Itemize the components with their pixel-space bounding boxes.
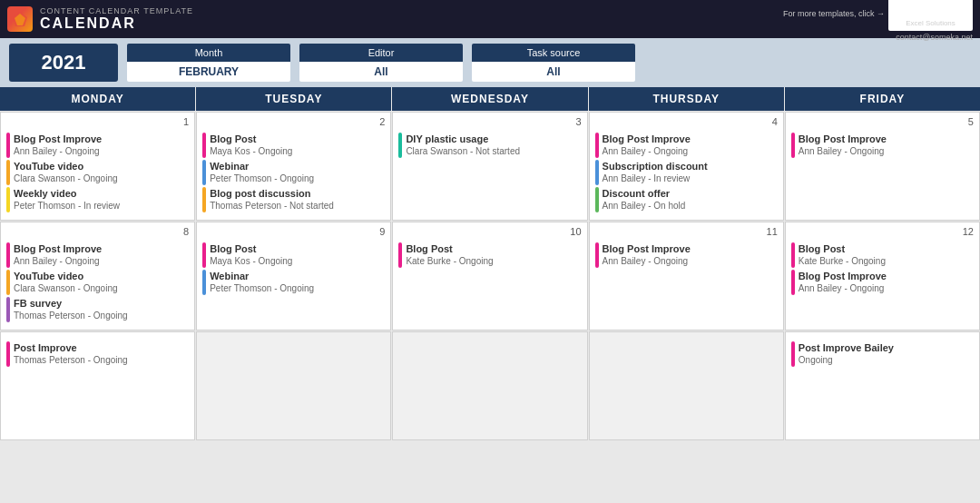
- day-cell-3: 3 DIY plastic usage Clara Swanson - Not …: [392, 112, 587, 221]
- list-item: Webinar Peter Thomson - Ongoing: [202, 160, 385, 185]
- day-number: 9: [202, 226, 385, 239]
- day-number: 4: [595, 116, 778, 129]
- event-color-bar: [398, 242, 402, 268]
- editor-label: Editor: [299, 44, 463, 62]
- event-title: Blog post discussion: [210, 187, 385, 200]
- day-cell-9: 9 Blog Post Maya Kos - Ongoing Webinar P…: [196, 222, 391, 330]
- list-item: Webinar Peter Thomson - Ongoing: [202, 270, 385, 295]
- day-header-friday: FRIDAY: [785, 87, 980, 111]
- month-label: Month: [127, 44, 290, 62]
- event-content: Weekly video Peter Thomson - In review: [14, 187, 189, 212]
- event-content: DIY plastic usage Clara Swanson - Not st…: [406, 133, 581, 157]
- event-content: Blog Post Improve Ann Bailey - Ongoing: [799, 270, 974, 294]
- event-color-bar: [202, 160, 206, 185]
- event-content: YouTube video Clara Swanson - Ongoing: [14, 160, 189, 184]
- day-number: 1: [6, 116, 189, 129]
- day-cell-bottom-fri: Post Improve Bailey Ongoing: [785, 331, 980, 440]
- event-content: Blog Post Improve Ann Bailey - Ongoing: [14, 133, 189, 157]
- event-subtitle: Kate Burke - Ongoing: [799, 255, 974, 267]
- header: CONTENT CALENDAR TEMPLATE CALENDAR For m…: [0, 0, 980, 38]
- calendar-grid: MONDAY TUESDAY WEDNESDAY THURSDAY FRIDAY…: [0, 87, 980, 440]
- title-group: CONTENT CALENDAR TEMPLATE CALENDAR: [40, 6, 193, 32]
- list-item: Blog Post Improve Ann Bailey - Ongoing: [595, 133, 778, 158]
- list-item: YouTube video Clara Swanson - Ongoing: [6, 270, 189, 295]
- brand-name: someka: [897, 0, 964, 19]
- event-subtitle: Clara Swanson - Not started: [406, 145, 581, 157]
- app-title: CALENDAR: [40, 15, 193, 32]
- list-item: Blog post discussion Thomas Peterson - N…: [202, 187, 385, 212]
- list-item: Blog Post Improve Ann Bailey - Ongoing: [6, 133, 189, 158]
- event-subtitle: Thomas Peterson - Ongoing: [14, 310, 189, 321]
- month-control[interactable]: Month FEBRUARY: [127, 44, 290, 82]
- day-cell-11: 11 Blog Post Improve Ann Bailey - Ongoin…: [589, 222, 784, 330]
- app-subtitle: CONTENT CALENDAR TEMPLATE: [40, 6, 193, 15]
- list-item: YouTube video Clara Swanson - Ongoing: [6, 160, 189, 185]
- day-cell-10: 10 Blog Post Kate Burke - Ongoing: [392, 222, 587, 330]
- event-title: Blog Post Improve: [14, 133, 189, 145]
- day-cell-bottom-tue: [196, 331, 391, 440]
- list-item: Blog Post Improve Ann Bailey - Ongoing: [595, 242, 778, 268]
- day-header-wednesday: WEDNESDAY: [392, 87, 587, 111]
- task-source-control[interactable]: Task source All: [472, 44, 635, 82]
- app-logo: [7, 6, 33, 32]
- event-color-bar: [595, 242, 599, 268]
- event-content: Post Improve Bailey Ongoing: [799, 341, 974, 366]
- day-number: [6, 336, 189, 338]
- event-content: Blog post discussion Thomas Peterson - N…: [210, 187, 385, 212]
- event-color-bar: [202, 133, 206, 158]
- event-subtitle: Ann Bailey - Ongoing: [603, 145, 778, 157]
- event-color-bar: [202, 187, 206, 212]
- event-title: Post Improve Bailey: [799, 341, 974, 354]
- day-cell-2: 2 Blog Post Maya Kos - Ongoing Webinar P…: [196, 112, 391, 221]
- event-subtitle: Ann Bailey - Ongoing: [799, 282, 974, 294]
- day-number: 8: [6, 226, 189, 239]
- event-title: Blog Post Improve: [799, 133, 974, 145]
- event-content: Webinar Peter Thomson - Ongoing: [210, 270, 385, 294]
- event-content: Blog Post Improve Ann Bailey - Ongoing: [603, 242, 778, 267]
- event-color-bar: [791, 341, 795, 367]
- task-source-label: Task source: [472, 44, 635, 62]
- day-number: 12: [791, 226, 974, 239]
- event-title: Blog Post Improve: [14, 242, 189, 255]
- day-cell-5: 5 Blog Post Improve Ann Bailey - Ongoing: [785, 112, 980, 221]
- event-subtitle: Peter Thomson - Ongoing: [210, 173, 385, 184]
- controls-row: 2021 Month FEBRUARY Editor All Task sour…: [0, 38, 980, 87]
- event-title: Blog Post Improve: [603, 242, 778, 255]
- list-item: Discount offer Ann Bailey - On hold: [595, 187, 778, 212]
- event-title: Blog Post: [210, 133, 385, 145]
- event-title: DIY plastic usage: [406, 133, 581, 145]
- event-color-bar: [6, 341, 10, 367]
- editor-control[interactable]: Editor All: [299, 44, 463, 82]
- event-content: Discount offer Ann Bailey - On hold: [603, 187, 778, 212]
- event-title: Discount offer: [603, 187, 778, 200]
- event-content: Blog Post Maya Kos - Ongoing: [210, 242, 385, 267]
- list-item: FB survey Thomas Peterson - Ongoing: [6, 297, 189, 322]
- event-title: FB survey: [14, 297, 189, 310]
- event-title: Blog Post: [210, 242, 385, 255]
- event-subtitle: Ongoing: [799, 354, 974, 366]
- event-color-bar: [6, 297, 10, 322]
- event-content: Blog Post Kate Burke - Ongoing: [799, 242, 974, 267]
- event-subtitle: Ann Bailey - On hold: [603, 200, 778, 212]
- event-content: FB survey Thomas Peterson - Ongoing: [14, 297, 189, 321]
- list-item: Blog Post Improve Ann Bailey - Ongoing: [791, 133, 974, 158]
- event-title: YouTube video: [14, 270, 189, 282]
- event-color-bar: [791, 242, 795, 268]
- list-item: Blog Post Kate Burke - Ongoing: [398, 242, 581, 268]
- list-item: Post Improve Bailey Ongoing: [791, 341, 974, 367]
- event-subtitle: Thomas Peterson - Not started: [210, 200, 385, 212]
- editor-value: All: [299, 62, 463, 82]
- event-title: Weekly video: [14, 187, 189, 200]
- day-cell-4: 4 Blog Post Improve Ann Bailey - Ongoing…: [589, 112, 784, 221]
- day-header-tuesday: TUESDAY: [196, 87, 391, 111]
- event-title: Blog Post Improve: [603, 133, 778, 145]
- for-more-text: For more templates, click →: [783, 9, 885, 18]
- day-header-thursday: THURSDAY: [589, 87, 784, 111]
- event-color-bar: [595, 133, 599, 158]
- event-subtitle: Clara Swanson - Ongoing: [14, 173, 189, 184]
- event-subtitle: Ann Bailey - Ongoing: [14, 145, 189, 157]
- event-content: Blog Post Kate Burke - Ongoing: [406, 242, 581, 267]
- event-color-bar: [595, 160, 599, 185]
- day-number: 5: [791, 116, 974, 129]
- event-title: YouTube video: [14, 160, 189, 173]
